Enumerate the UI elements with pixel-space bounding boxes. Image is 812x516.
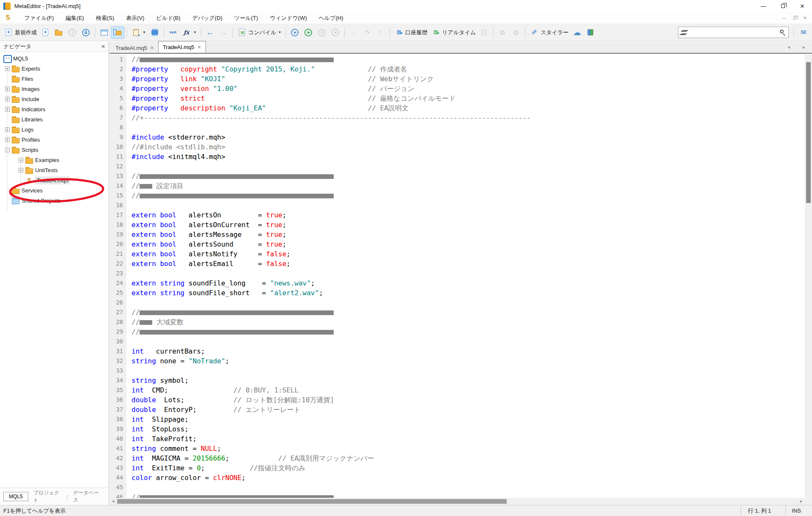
horizontal-scrollbar-thumb[interactable] xyxy=(117,499,507,504)
step-over-button[interactable] xyxy=(360,26,374,39)
open-folder-button[interactable] xyxy=(52,26,66,39)
code-text: // xyxy=(126,55,334,64)
stop-button[interactable] xyxy=(329,26,342,39)
step-out-button[interactable] xyxy=(374,26,387,39)
chevron-down-icon[interactable]: ▼ xyxy=(193,30,197,34)
tree-item-images[interactable]: +Images xyxy=(0,84,109,94)
navigator-panel: ナビゲータ ✕ MQL5+ExpertsFiles+Images+Include… xyxy=(0,41,109,505)
menu-item[interactable]: 表示(V) xyxy=(120,13,150,23)
bottom-tab-mql5[interactable]: MQL5 xyxy=(3,492,28,501)
tree-item-unittests[interactable]: +UnitTests xyxy=(0,165,109,175)
tree-item-examples[interactable]: +Examples xyxy=(0,155,109,165)
search-input[interactable] xyxy=(689,29,777,36)
tree-item-services[interactable]: Services xyxy=(0,185,109,195)
code-line: 23 xyxy=(110,269,805,278)
close-button[interactable]: ✕ xyxy=(793,0,812,12)
debug-start-button[interactable] xyxy=(288,26,302,39)
restore-button[interactable] xyxy=(773,0,793,12)
line-number: 20 xyxy=(110,239,126,249)
chevron-down-icon[interactable]: ▼ xyxy=(278,30,281,34)
tab-scroll-right-icon[interactable]: ► xyxy=(802,45,806,49)
new-file-button[interactable] xyxy=(38,26,52,39)
scroll-left-icon[interactable]: ◄ xyxy=(111,499,115,503)
toolbox-window-button[interactable] xyxy=(97,26,111,39)
horizontal-scrollbar[interactable]: ◄ ► xyxy=(110,498,805,505)
forward-button[interactable] xyxy=(217,26,230,39)
expand-plus-icon[interactable]: + xyxy=(5,87,10,91)
pause-button[interactable] xyxy=(315,26,329,39)
account-history-button[interactable]: 口座履歴 xyxy=(392,26,429,39)
market-button[interactable] xyxy=(584,26,597,39)
mdi-minimize-button[interactable]: — xyxy=(782,15,787,20)
tree-item-libraries[interactable]: Libraries xyxy=(0,114,109,124)
menu-item[interactable]: ファイル(F) xyxy=(18,13,60,23)
tree-item-scripts[interactable]: −Scripts xyxy=(0,145,109,155)
storage-download-button[interactable] xyxy=(79,26,93,39)
navigator-toggle-button[interactable] xyxy=(111,26,124,39)
code-line: 27// xyxy=(110,307,805,317)
tune-icon[interactable] xyxy=(680,29,687,36)
styler-button[interactable]: スタイラー xyxy=(527,26,570,39)
tree-item-indicators[interactable]: +Indicators xyxy=(0,104,109,114)
mdi-restore-button[interactable] xyxy=(793,16,796,19)
back-button[interactable] xyxy=(203,26,217,39)
vertical-scrollbar-thumb[interactable] xyxy=(806,62,811,203)
menu-item[interactable]: 検索(S) xyxy=(90,13,120,23)
tree-item-label: Logs xyxy=(22,126,33,133)
scroll-right-icon[interactable]: ► xyxy=(799,499,803,503)
print-button[interactable] xyxy=(148,26,162,39)
search-icon[interactable] xyxy=(779,29,786,36)
expand-plus-icon[interactable]: + xyxy=(5,127,10,132)
minimize-button[interactable]: — xyxy=(754,0,773,12)
step-into-button[interactable] xyxy=(347,26,360,39)
expand-plus-icon[interactable]: + xyxy=(5,137,10,142)
expand-plus-icon[interactable]: + xyxy=(5,107,10,112)
tree-item-experts[interactable]: +Experts xyxy=(0,63,109,74)
tree-item-tradeai-mq5[interactable]: TradeAI.mq5 xyxy=(0,175,109,185)
community-icon[interactable] xyxy=(798,27,809,38)
menu-item[interactable]: 編集(E) xyxy=(60,13,90,23)
expand-plus-icon[interactable]: + xyxy=(5,97,10,102)
line-number: 33 xyxy=(110,366,126,376)
tree-item-mql5[interactable]: MQL5 xyxy=(0,53,109,63)
profiler-button[interactable] xyxy=(477,26,491,39)
bottom-tab-データベース[interactable]: データベース xyxy=(69,488,105,505)
copy-button[interactable] xyxy=(496,26,509,39)
close-icon[interactable]: ✕ xyxy=(198,44,201,50)
tab-scroll-left-icon[interactable]: ◄ xyxy=(787,45,791,49)
vertical-scrollbar[interactable] xyxy=(805,55,812,498)
code-editor[interactable]: 1//2#property copyright "Copyright 2015,… xyxy=(110,55,805,498)
expand-plus-icon[interactable]: + xyxy=(19,158,23,162)
variables-button[interactable] xyxy=(166,26,180,39)
realtime-button[interactable]: リアルタイム xyxy=(429,26,477,39)
menu-item[interactable]: ヘルプ(H) xyxy=(313,13,349,23)
tree-item-logs[interactable]: +Logs xyxy=(0,124,109,134)
menu-item[interactable]: ツール(T) xyxy=(228,13,264,23)
snippets-button[interactable] xyxy=(509,26,523,39)
mdi-close-button[interactable]: ✕ xyxy=(803,15,807,21)
tree-item-shared-projects[interactable]: Shared Projects xyxy=(0,195,109,206)
save-button[interactable] xyxy=(66,26,79,39)
bottom-tab-プロジェクト[interactable]: プロジェクト xyxy=(29,488,66,505)
menu-item[interactable]: デバッグ(D) xyxy=(187,13,228,23)
expand-plus-icon[interactable]: + xyxy=(5,66,10,71)
tree-item-files[interactable]: Files xyxy=(0,74,109,84)
editor-tab[interactable]: TradeAI.mq5✕ xyxy=(158,41,206,53)
storage-cloud-button[interactable] xyxy=(570,26,584,39)
menu-item[interactable]: ビルド(B) xyxy=(150,13,186,23)
menu-item[interactable]: ウィンドウ(W) xyxy=(264,13,313,23)
run-button[interactable] xyxy=(302,26,315,39)
insert-function-button[interactable]: ▼ xyxy=(180,26,199,39)
editor-tab[interactable]: TradeAI.mq5✕ xyxy=(111,43,158,53)
close-icon[interactable]: ✕ xyxy=(150,45,154,51)
expand-plus-icon[interactable]: + xyxy=(19,168,23,173)
compile-button[interactable]: コンパイル▼ xyxy=(235,26,283,39)
step-into-icon xyxy=(348,27,359,38)
collapse-minus-icon[interactable]: − xyxy=(5,148,10,152)
tree-item-include[interactable]: +Include xyxy=(0,94,109,104)
paste-button[interactable]: ▼ xyxy=(129,26,148,39)
tree-item-profiles[interactable]: +Profiles xyxy=(0,134,109,145)
chevron-down-icon[interactable]: ▼ xyxy=(143,30,146,34)
navigator-close-icon[interactable]: ✕ xyxy=(101,44,105,49)
new-button[interactable]: 新規作成 xyxy=(2,26,38,39)
